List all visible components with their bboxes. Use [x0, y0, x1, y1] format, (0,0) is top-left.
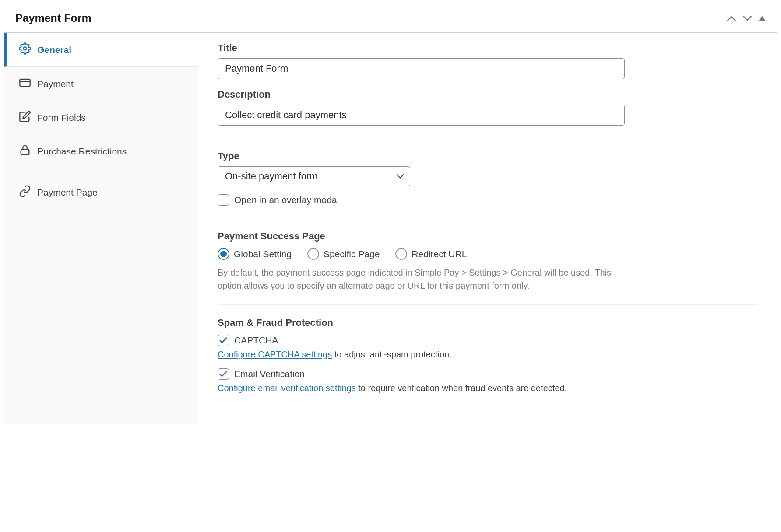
panel-controls	[727, 16, 766, 21]
sidebar-divider	[17, 172, 185, 172]
email-checkbox-label: Email Verification	[234, 369, 305, 379]
triangle-up-icon[interactable]	[759, 16, 766, 21]
gear-icon	[19, 42, 31, 57]
success-radio-group: Global Setting Specific Page Redirect UR…	[218, 248, 758, 260]
field-type: Type On-site payment form Open in an ove…	[218, 150, 758, 206]
sidebar-item-label: Purchase Restrictions	[37, 146, 127, 157]
overlay-checkbox-label: Open in an overlay modal	[234, 195, 339, 205]
type-label: Type	[218, 150, 758, 162]
main-content: Title Description Type On-site payment f…	[198, 33, 777, 424]
radio-specific-page[interactable]: Specific Page	[307, 248, 380, 260]
radio-label: Redirect URL	[412, 249, 467, 259]
panel-title: Payment Form	[15, 12, 91, 24]
email-verification-block: Email Verification Configure email verif…	[218, 368, 758, 393]
edit-icon	[19, 110, 31, 125]
email-description: Configure email verification settings to…	[218, 383, 758, 393]
panel-body: General Payment Form Fields Purchase Res…	[4, 33, 777, 424]
captcha-block: CAPTCHA Configure CAPTCHA settings to ad…	[218, 335, 758, 360]
lock-icon	[19, 144, 31, 158]
sidebar-item-purchase-restrictions[interactable]: Purchase Restrictions	[4, 134, 198, 168]
captcha-description: Configure CAPTCHA settings to adjust ant…	[218, 350, 758, 360]
sidebar-item-label: Payment Page	[37, 187, 98, 198]
sidebar-item-label: Form Fields	[37, 112, 86, 123]
radio-redirect-url[interactable]: Redirect URL	[395, 248, 467, 260]
overlay-checkbox[interactable]	[218, 194, 229, 206]
configure-captcha-link[interactable]: Configure CAPTCHA settings	[218, 350, 332, 359]
captcha-checkbox-label: CAPTCHA	[234, 335, 278, 346]
success-help-text: By default, the payment success page ind…	[218, 266, 625, 292]
svg-rect-3	[21, 150, 29, 155]
sidebar-item-payment-page[interactable]: Payment Page	[4, 175, 198, 209]
section-basic: Title Description	[218, 42, 758, 138]
link-icon	[19, 185, 31, 200]
svg-rect-1	[20, 79, 30, 86]
title-input[interactable]	[218, 58, 625, 79]
section-type: Type On-site payment form Open in an ove…	[218, 150, 758, 218]
overlay-checkbox-row: Open in an overlay modal	[218, 194, 758, 206]
payment-form-panel: Payment Form General	[4, 4, 777, 424]
section-spam-protection: Spam & Fraud Protection CAPTCHA Configur…	[218, 317, 758, 414]
svg-point-0	[24, 47, 27, 50]
success-heading: Payment Success Page	[218, 231, 758, 242]
description-label: Description	[218, 89, 758, 100]
field-title: Title	[218, 42, 758, 79]
type-select-value: On-site payment form	[218, 166, 410, 186]
sidebar-item-form-fields[interactable]: Form Fields	[4, 101, 198, 134]
chevron-down-icon[interactable]	[743, 16, 752, 21]
panel-header: Payment Form	[4, 4, 777, 33]
configure-email-link[interactable]: Configure email verification settings	[218, 383, 356, 393]
type-select[interactable]: On-site payment form	[218, 166, 410, 186]
sidebar-item-label: Payment	[37, 79, 74, 89]
captcha-checkbox[interactable]	[218, 335, 229, 346]
field-description: Description	[218, 89, 758, 126]
sidebar-item-label: General	[37, 45, 71, 55]
sidebar-item-payment[interactable]: Payment	[4, 67, 198, 101]
chevron-up-icon[interactable]	[727, 16, 736, 21]
radio-label: Specific Page	[324, 249, 380, 259]
sidebar-item-general[interactable]: General	[4, 33, 198, 67]
email-tail-text: to require verification when fraud event…	[356, 383, 567, 393]
radio-input	[218, 248, 229, 260]
radio-input	[395, 248, 407, 260]
captcha-checkbox-row: CAPTCHA	[218, 335, 758, 346]
credit-card-icon	[19, 77, 31, 91]
email-verification-checkbox[interactable]	[218, 368, 229, 380]
email-checkbox-row: Email Verification	[218, 368, 758, 380]
radio-label: Global Setting	[234, 249, 292, 259]
title-label: Title	[218, 42, 758, 54]
sidebar: General Payment Form Fields Purchase Res…	[4, 33, 198, 424]
section-success-page: Payment Success Page Global Setting Spec…	[218, 231, 758, 305]
radio-global-setting[interactable]: Global Setting	[218, 248, 292, 260]
spam-heading: Spam & Fraud Protection	[218, 317, 758, 329]
captcha-tail-text: to adjust anti-spam protection.	[332, 350, 451, 359]
radio-input	[307, 248, 319, 260]
description-input[interactable]	[218, 105, 625, 126]
